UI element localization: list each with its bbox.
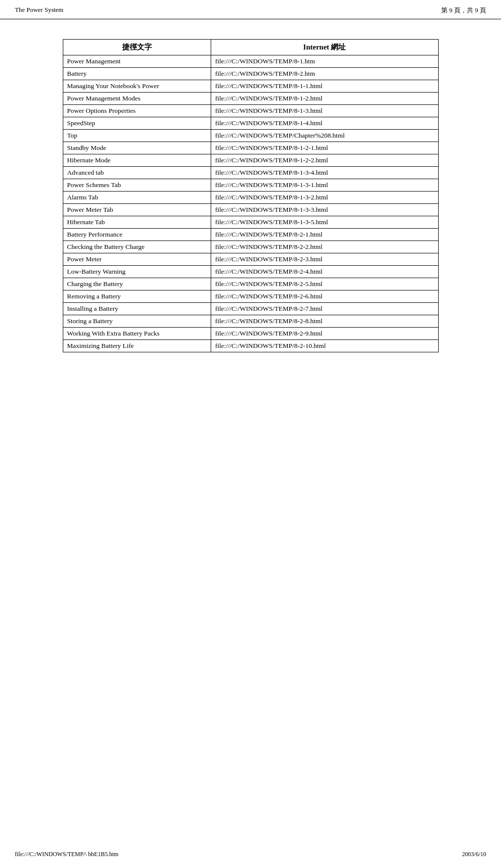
- row-label: Power Management: [63, 55, 211, 68]
- row-url[interactable]: file:///C:/WINDOWS/TEMP/8-1-3.html: [211, 105, 438, 117]
- row-url[interactable]: file:///C:/WINDOWS/TEMP/8-2.htm: [211, 68, 438, 80]
- row-label: Top: [63, 130, 211, 142]
- table-row: Batteryfile:///C:/WINDOWS/TEMP/8-2.htm: [63, 68, 438, 80]
- shortcuts-table: 捷徑文字 Internet 網址 Power Managementfile://…: [63, 39, 439, 352]
- table-row: Power Management Modesfile:///C:/WINDOWS…: [63, 93, 438, 105]
- row-label: Hibernate Mode: [63, 154, 211, 167]
- table-row: Installing a Batteryfile:///C:/WINDOWS/T…: [63, 303, 438, 315]
- row-url[interactable]: file:///C:/WINDOWS/TEMP/8-2-2.html: [211, 241, 438, 253]
- table-row: Low-Battery Warningfile:///C:/WINDOWS/TE…: [63, 266, 438, 278]
- table-row: Power Meterfile:///C:/WINDOWS/TEMP/8-2-3…: [63, 253, 438, 266]
- table-row: Battery Performancefile:///C:/WINDOWS/TE…: [63, 229, 438, 241]
- row-label: Hibernate Tab: [63, 216, 211, 229]
- row-label: Removing a Battery: [63, 290, 211, 303]
- page-header: The Power System 第 9 頁，共 9 頁: [0, 0, 501, 19]
- table-row: Checking the Battery Chargefile:///C:/WI…: [63, 241, 438, 253]
- row-url[interactable]: file:///C:/WINDOWS/TEMP/8-1-3-2.html: [211, 192, 438, 204]
- row-label: Checking the Battery Charge: [63, 241, 211, 253]
- col-header-label: 捷徑文字: [63, 40, 211, 55]
- table-row: Advanced tabfile:///C:/WINDOWS/TEMP/8-1-…: [63, 167, 438, 179]
- table-row: Working With Extra Battery Packsfile:///…: [63, 328, 438, 340]
- row-label: Power Meter: [63, 253, 211, 266]
- table-row: Storing a Batteryfile:///C:/WINDOWS/TEMP…: [63, 315, 438, 328]
- row-label: Storing a Battery: [63, 315, 211, 328]
- row-label: Working With Extra Battery Packs: [63, 328, 211, 340]
- row-url[interactable]: file:///C:/WINDOWS/TEMP/8-1-2-1.html: [211, 142, 438, 154]
- row-label: Power Schemes Tab: [63, 179, 211, 192]
- row-url[interactable]: file:///C:/WINDOWS/TEMP/8-1-4.html: [211, 117, 438, 130]
- row-url[interactable]: file:///C:/WINDOWS/TEMP/8-1-3-4.html: [211, 167, 438, 179]
- table-row: Hibernate Tabfile:///C:/WINDOWS/TEMP/8-1…: [63, 216, 438, 229]
- col-header-url: Internet 網址: [211, 40, 438, 55]
- row-label: Battery: [63, 68, 211, 80]
- row-label: Power Management Modes: [63, 93, 211, 105]
- main-content: 捷徑文字 Internet 網址 Power Managementfile://…: [0, 19, 501, 372]
- row-url[interactable]: file:///C:/WINDOWS/TEMP/8-2-7.html: [211, 303, 438, 315]
- table-row: Power Managementfile:///C:/WINDOWS/TEMP/…: [63, 55, 438, 68]
- page-footer: file:///C:/WINDOWS/TEMP/\ bbE1B5.htm 200…: [0, 851, 501, 858]
- row-url[interactable]: file:///C:/WINDOWS/TEMP/8-1-3-1.html: [211, 179, 438, 192]
- table-row: Maximizing Battery Lifefile:///C:/WINDOW…: [63, 340, 438, 352]
- header-right: 第 9 頁，共 9 頁: [441, 6, 486, 15]
- row-label: SpeedStep: [63, 117, 211, 130]
- row-url[interactable]: file:///C:/WINDOWS/TEMP/8-1.htm: [211, 55, 438, 68]
- row-label: Installing a Battery: [63, 303, 211, 315]
- row-url[interactable]: file:///C:/WINDOWS/TEMP/8-1-3-3.html: [211, 204, 438, 216]
- row-url[interactable]: file:///C:/WINDOWS/TEMP/8-2-4.html: [211, 266, 438, 278]
- row-label: Charging the Battery: [63, 278, 211, 290]
- row-label: Battery Performance: [63, 229, 211, 241]
- table-row: Hibernate Modefile:///C:/WINDOWS/TEMP/8-…: [63, 154, 438, 167]
- row-label: Standby Mode: [63, 142, 211, 154]
- row-url[interactable]: file:///C:/WINDOWS/TEMP/8-2-5.html: [211, 278, 438, 290]
- table-row: Power Options Propertiesfile:///C:/WINDO…: [63, 105, 438, 117]
- row-label: Power Meter Tab: [63, 204, 211, 216]
- row-url[interactable]: file:///C:/WINDOWS/TEMP/8-1-1.html: [211, 80, 438, 93]
- row-label: Alarms Tab: [63, 192, 211, 204]
- table-row: Power Schemes Tabfile:///C:/WINDOWS/TEMP…: [63, 179, 438, 192]
- row-label: Low-Battery Warning: [63, 266, 211, 278]
- footer-right: 2003/6/10: [462, 851, 486, 858]
- header-left: The Power System: [15, 6, 63, 15]
- row-label: Managing Your Notebook's Power: [63, 80, 211, 93]
- table-row: Alarms Tabfile:///C:/WINDOWS/TEMP/8-1-3-…: [63, 192, 438, 204]
- row-label: Advanced tab: [63, 167, 211, 179]
- row-label: Maximizing Battery Life: [63, 340, 211, 352]
- row-url[interactable]: file:///C:/WINDOWS/TEMP/Chapter%208.html: [211, 130, 438, 142]
- table-row: Standby Modefile:///C:/WINDOWS/TEMP/8-1-…: [63, 142, 438, 154]
- row-url[interactable]: file:///C:/WINDOWS/TEMP/8-2-6.html: [211, 290, 438, 303]
- table-row: Removing a Batteryfile:///C:/WINDOWS/TEM…: [63, 290, 438, 303]
- row-url[interactable]: file:///C:/WINDOWS/TEMP/8-2-10.html: [211, 340, 438, 352]
- row-url[interactable]: file:///C:/WINDOWS/TEMP/8-2-9.html: [211, 328, 438, 340]
- table-row: Charging the Batteryfile:///C:/WINDOWS/T…: [63, 278, 438, 290]
- table-row: SpeedStepfile:///C:/WINDOWS/TEMP/8-1-4.h…: [63, 117, 438, 130]
- row-label: Power Options Properties: [63, 105, 211, 117]
- row-url[interactable]: file:///C:/WINDOWS/TEMP/8-1-2.html: [211, 93, 438, 105]
- table-row: Power Meter Tabfile:///C:/WINDOWS/TEMP/8…: [63, 204, 438, 216]
- table-row: Topfile:///C:/WINDOWS/TEMP/Chapter%208.h…: [63, 130, 438, 142]
- table-row: Managing Your Notebook's Powerfile:///C:…: [63, 80, 438, 93]
- row-url[interactable]: file:///C:/WINDOWS/TEMP/8-2-1.html: [211, 229, 438, 241]
- row-url[interactable]: file:///C:/WINDOWS/TEMP/8-2-8.html: [211, 315, 438, 328]
- footer-left: file:///C:/WINDOWS/TEMP/\ bbE1B5.htm: [15, 851, 118, 858]
- row-url[interactable]: file:///C:/WINDOWS/TEMP/8-1-3-5.html: [211, 216, 438, 229]
- row-url[interactable]: file:///C:/WINDOWS/TEMP/8-1-2-2.html: [211, 154, 438, 167]
- row-url[interactable]: file:///C:/WINDOWS/TEMP/8-2-3.html: [211, 253, 438, 266]
